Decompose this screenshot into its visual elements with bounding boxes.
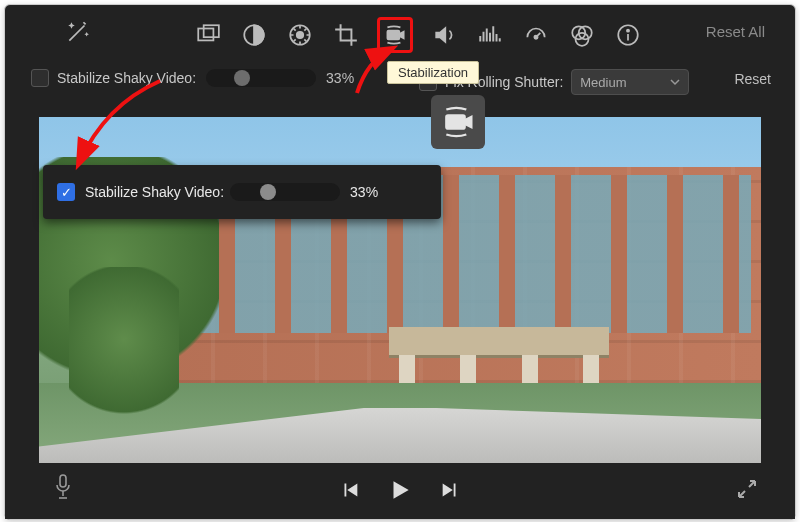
filters-icon[interactable] xyxy=(567,20,597,50)
svg-rect-1 xyxy=(204,25,219,37)
svg-rect-13 xyxy=(60,475,66,487)
reset-button[interactable]: Reset xyxy=(734,71,771,87)
overlay-icon[interactable] xyxy=(193,20,223,50)
annotation-arrow-left xyxy=(65,75,175,185)
bottom-bar xyxy=(5,463,795,519)
info-icon[interactable] xyxy=(613,20,643,50)
stabilize-slider[interactable] xyxy=(206,69,316,87)
stabilize-callout-slider[interactable] xyxy=(230,183,340,201)
stabilize-checkbox[interactable] xyxy=(31,69,49,87)
svg-point-4 xyxy=(297,32,304,39)
annotation-arrow-right xyxy=(347,43,407,99)
color-balance-icon[interactable] xyxy=(239,20,269,50)
volume-icon[interactable] xyxy=(429,20,459,50)
svg-rect-12 xyxy=(446,115,464,128)
reset-all-button[interactable]: Reset All xyxy=(706,23,765,40)
next-button[interactable] xyxy=(439,479,461,505)
enhance-wand-icon[interactable] xyxy=(65,19,91,49)
noise-reduction-icon[interactable] xyxy=(475,20,505,50)
chevron-down-icon xyxy=(670,77,680,87)
svg-rect-0 xyxy=(198,29,213,41)
svg-rect-5 xyxy=(387,31,399,40)
play-button[interactable] xyxy=(387,477,413,507)
previous-button[interactable] xyxy=(339,479,361,505)
svg-point-11 xyxy=(627,30,629,32)
stabilize-callout-label: Stabilize Shaky Video: xyxy=(85,184,224,200)
stabilize-callout-percent: 33% xyxy=(350,184,378,200)
rolling-select-value: Medium xyxy=(580,75,626,90)
svg-point-6 xyxy=(534,36,537,39)
stabilize-callout-checkbox[interactable]: ✓ xyxy=(57,183,75,201)
microphone-icon[interactable] xyxy=(51,473,75,505)
rolling-select[interactable]: Medium xyxy=(571,69,689,95)
color-correction-icon[interactable] xyxy=(285,20,315,50)
stabilization-large-icon xyxy=(431,95,485,149)
fullscreen-icon[interactable] xyxy=(735,477,759,505)
speed-icon[interactable] xyxy=(521,20,551,50)
